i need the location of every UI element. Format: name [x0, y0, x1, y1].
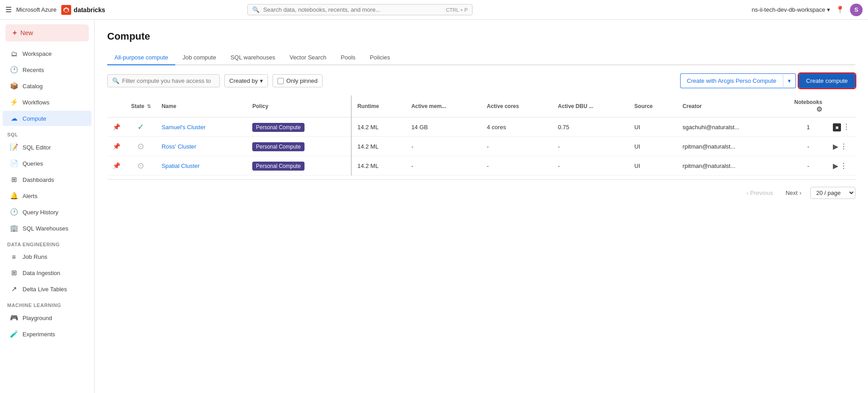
name-cell-3[interactable]: Spatial Cluster [156, 156, 247, 176]
table-header-row: State ⇅ Name Policy Runtime Active mem..… [107, 95, 855, 117]
state-cell-1: ✓ [126, 117, 156, 137]
catalog-icon: 📦 [10, 82, 18, 90]
only-pinned-checkbox[interactable] [277, 78, 284, 84]
workflows-icon: ⚡ [10, 98, 18, 106]
job-runs-icon: ≡ [10, 253, 18, 261]
cluster-link-1[interactable]: Samuel's Cluster [162, 124, 206, 131]
filter-input-container[interactable]: 🔍 [107, 74, 220, 87]
sidebar-item-data-ingestion[interactable]: ⊞ Data Ingestion [3, 265, 91, 280]
sidebar-item-catalog[interactable]: 📦 Catalog [3, 78, 91, 94]
created-by-button[interactable]: Created by ▾ [224, 74, 268, 87]
create-compute-button[interactable]: Create compute [799, 73, 856, 88]
delta-live-icon: ↗ [10, 285, 18, 293]
more-actions-button-3[interactable]: ⋮ [840, 162, 847, 170]
created-by-chevron-icon: ▾ [260, 77, 263, 84]
creator-cell-1: sgachuhi@naturalst... [677, 117, 789, 137]
cores-cell-1: 4 cores [482, 117, 553, 137]
sidebar-item-label: Query History [23, 209, 58, 216]
next-button[interactable]: Next › [782, 188, 805, 198]
sidebar-item-dashboards[interactable]: ⊞ Dashboards [3, 172, 91, 187]
search-input[interactable] [263, 6, 442, 13]
actions-cell-2: ▶ ⋮ [827, 137, 855, 156]
sidebar-item-label: Playground [23, 315, 52, 321]
user-avatar[interactable]: S [850, 4, 863, 16]
sidebar-item-sql-editor[interactable]: 📝 SQL Editor [3, 140, 91, 155]
topbar-left: ☰ Microsoft Azure databricks [5, 5, 105, 15]
table-row: 📌 ✓ Samuel's Cluster Personal Compute 14… [107, 117, 855, 137]
sidebar-item-sql-warehouses[interactable]: 🏢 SQL Warehouses [3, 221, 91, 236]
sidebar-item-compute[interactable]: ☁ Compute [3, 111, 91, 126]
pin-cell-3[interactable]: 📌 [107, 156, 126, 176]
start-button-2[interactable]: ▶ [833, 142, 838, 151]
cluster-link-3[interactable]: Spatial Cluster [162, 163, 200, 169]
data-ingestion-icon: ⊞ [10, 269, 18, 277]
policy-badge-3: Personal Compute [252, 162, 304, 171]
sidebar-item-job-runs[interactable]: ≡ Job Runs [3, 249, 91, 264]
col-header-name: Name [156, 95, 247, 117]
pin-cell-1[interactable]: 📌 [107, 117, 126, 137]
sidebar-item-workspace[interactable]: 🗂 Workspace [3, 46, 91, 61]
content-area: Compute All-purpose compute Job compute … [95, 20, 868, 393]
filter-input[interactable] [122, 77, 215, 84]
page-size-select[interactable]: 20 / page 50 / page 100 / page [810, 187, 855, 199]
tab-job-compute[interactable]: Job compute [175, 50, 223, 65]
runtime-cell-3: 14.2 ML [351, 156, 406, 176]
name-cell-2[interactable]: Ross' Cluster [156, 137, 247, 156]
next-label: Next [786, 190, 798, 196]
search-shortcut: CTRL + P [446, 7, 468, 13]
tab-all-purpose[interactable]: All-purpose compute [107, 50, 175, 65]
sidebar-item-playground[interactable]: 🎮 Playground [3, 310, 91, 325]
data-engineering-section-label: Data Engineering [0, 236, 94, 249]
tab-vector-search[interactable]: Vector Search [282, 50, 334, 65]
more-actions-button-1[interactable]: ⋮ [843, 122, 850, 131]
state-cell-3: ⊙ [126, 156, 156, 176]
menu-icon[interactable]: ☰ [5, 5, 12, 14]
new-button[interactable]: + New [5, 24, 89, 41]
cluster-link-2[interactable]: Ross' Cluster [162, 143, 196, 150]
chevron-right-icon: › [800, 190, 801, 196]
col-header-runtime: Runtime [351, 95, 406, 117]
col-header-pin [107, 95, 126, 117]
tab-sql-warehouses[interactable]: SQL warehouses [223, 50, 282, 65]
table-settings-icon[interactable]: ⚙ [816, 105, 822, 113]
runtime-cell-2: 14.2 ML [351, 137, 406, 156]
col-header-state[interactable]: State ⇅ [126, 95, 156, 117]
name-cell-1[interactable]: Samuel's Cluster [156, 117, 247, 137]
sidebar-item-label: SQL Editor [23, 144, 51, 151]
mem-cell-2: - [406, 137, 482, 156]
sidebar-item-delta-live[interactable]: ↗ Delta Live Tables [3, 281, 91, 297]
start-button-3[interactable]: ▶ [833, 162, 838, 170]
sidebar-item-alerts[interactable]: 🔔 Alerts [3, 188, 91, 203]
workspace-selector[interactable]: ns-ii-tech-dev-db-workspace ▾ [752, 6, 830, 13]
creator-cell-3: rpitman@naturalst... [677, 156, 789, 176]
previous-button[interactable]: ‹ Previous [743, 188, 777, 198]
create-with-arcgis-button[interactable]: Create with Arcgis Perso Compute [680, 73, 783, 88]
col-header-active-mem: Active mem... [406, 95, 482, 117]
workspace-name: ns-ii-tech-dev-db-workspace [752, 6, 825, 13]
runtime-cell-1: 14.2 ML [351, 117, 406, 137]
search-bar[interactable]: 🔍 CTRL + P [247, 4, 473, 15]
stop-button-1[interactable]: ■ [833, 123, 841, 131]
tab-policies[interactable]: Policies [363, 50, 397, 65]
policy-cell-3: Personal Compute [247, 156, 351, 176]
sidebar-item-label: Workspace [23, 50, 52, 57]
tab-pools[interactable]: Pools [334, 50, 363, 65]
create-with-dropdown-button[interactable]: ▾ [783, 73, 796, 88]
notebooks-cell-1: 1 [789, 117, 827, 137]
sql-editor-icon: 📝 [10, 143, 18, 151]
ml-section-label: Machine Learning [0, 297, 94, 310]
actions-cell-3: ▶ ⋮ [827, 156, 855, 176]
pin-cell-2[interactable]: 📌 [107, 137, 126, 156]
sql-warehouses-icon: 🏢 [10, 224, 18, 232]
sidebar-item-recents[interactable]: 🕐 Recents [3, 62, 91, 77]
sidebar-item-query-history[interactable]: 🕐 Query History [3, 204, 91, 220]
sidebar-item-experiments[interactable]: 🧪 Experiments [3, 326, 91, 342]
pin-topbar-icon[interactable]: 📍 [836, 5, 845, 14]
more-actions-button-2[interactable]: ⋮ [840, 142, 847, 151]
dbu-cell-2: - [553, 137, 629, 156]
sidebar-item-queries[interactable]: 📄 Queries [3, 156, 91, 171]
dbu-cell-1: 0.75 [553, 117, 629, 137]
only-pinned-button[interactable]: Only pinned [273, 74, 323, 87]
table-row: 📌 ⊙ Ross' Cluster Personal Compute 14.2 … [107, 137, 855, 156]
sidebar-item-workflows[interactable]: ⚡ Workflows [3, 95, 91, 110]
